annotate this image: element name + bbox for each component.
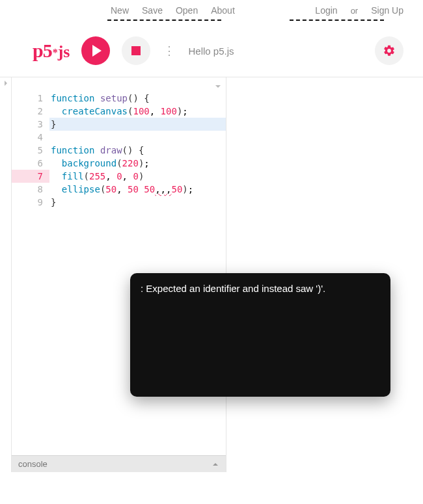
nav-new[interactable]: New xyxy=(111,5,129,16)
stop-button[interactable] xyxy=(122,36,150,65)
nav-save[interactable]: Save xyxy=(142,5,163,16)
console-toggle[interactable]: console xyxy=(12,455,226,472)
play-button[interactable] xyxy=(81,36,110,65)
error-tooltip-text: : Expected an identifier and instead saw… xyxy=(141,283,325,294)
logo-suffix: js xyxy=(58,42,70,61)
logo-star-icon: * xyxy=(53,47,57,58)
sidebar-expand-button[interactable] xyxy=(0,77,12,472)
chevron-right-icon xyxy=(3,80,9,86)
nav-or: or xyxy=(351,6,359,16)
play-icon xyxy=(92,45,102,57)
nav-about[interactable]: About xyxy=(211,5,235,16)
gear-icon xyxy=(383,44,396,57)
error-tooltip: : Expected an identifier and instead saw… xyxy=(130,273,390,397)
line-gutter: 123456789 xyxy=(12,92,49,455)
nav-login[interactable]: Login xyxy=(315,5,337,16)
toolbar-divider: ⋮ xyxy=(163,44,175,58)
logo-prefix: p5 xyxy=(33,40,52,61)
console-label: console xyxy=(18,459,48,469)
settings-button[interactable] xyxy=(375,36,403,65)
nav-underline-left xyxy=(107,20,221,21)
nav-underline-right xyxy=(290,20,384,21)
logo: p5*js xyxy=(33,40,70,62)
nav-open[interactable]: Open xyxy=(176,5,198,16)
code-editor[interactable]: 123456789 function setup() { createCanva… xyxy=(12,77,226,455)
chevron-down-icon xyxy=(214,83,222,90)
top-nav: New Save Open About Login or Sign Up xyxy=(0,0,423,20)
nav-signup[interactable]: Sign Up xyxy=(371,5,403,16)
toolbar: p5*js ⋮ Hello p5.js xyxy=(0,21,423,77)
chevron-up-icon xyxy=(212,460,219,468)
sketch-name[interactable]: Hello p5.js xyxy=(188,46,234,57)
stop-icon xyxy=(131,46,141,55)
